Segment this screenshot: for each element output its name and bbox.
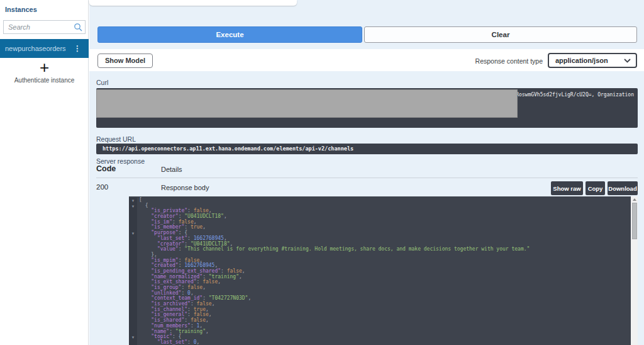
gutter <box>129 340 137 345</box>
status-code: 200 <box>96 183 108 191</box>
gutter <box>129 236 137 242</box>
gutter <box>129 220 137 225</box>
kebab-menu-icon[interactable]: ⋮ <box>74 45 81 52</box>
response-content-type-select[interactable]: application/json <box>548 53 637 68</box>
code-line: ▾ "topic": { <box>129 334 631 340</box>
gutter <box>129 329 137 335</box>
gutter <box>129 280 137 285</box>
response-content-type-value: application/json <box>555 57 608 64</box>
response-body-label: Response body <box>161 184 209 191</box>
show-model-button[interactable]: Show Model <box>97 54 153 68</box>
clear-button[interactable]: Clear <box>364 26 637 43</box>
request-url-value: https://api.openconnectors.ap11.ext.hana… <box>96 144 638 154</box>
code-line: "is_shared": false, <box>129 318 631 324</box>
gutter <box>129 252 137 258</box>
download-button[interactable]: Download <box>608 181 638 195</box>
response-body-scrollbar[interactable] <box>631 196 638 345</box>
gutter <box>129 247 137 252</box>
response-content-type-label: Response content type <box>475 57 543 65</box>
scrollbar-thumb[interactable] <box>632 203 637 239</box>
divider <box>96 178 638 178</box>
gutter <box>129 242 137 247</box>
collapse-arrow-icon[interactable]: ▾ <box>129 230 137 236</box>
gutter <box>129 312 137 318</box>
code-column-header: Code <box>96 164 116 173</box>
gutter <box>129 274 137 280</box>
gutter <box>129 324 137 329</box>
execute-button[interactable]: Execute <box>97 26 362 43</box>
search-field-wrap <box>3 20 86 34</box>
gutter <box>129 258 137 264</box>
search-icon <box>74 23 82 31</box>
collapse-arrow-icon[interactable]: ▾ <box>129 334 137 340</box>
copy-button[interactable]: Copy <box>586 181 605 195</box>
plus-icon[interactable]: + <box>40 59 49 76</box>
curl-code-block[interactable]: uOGBXZRoswmGVh5sd2fjvLigR/cU2Q=, Organiz… <box>96 88 638 128</box>
curl-command-text: uOGBXZRoswmGVh5sd2fjvLigR/cU2Q=, Organiz… <box>497 92 634 98</box>
request-url-label: Request URL <box>96 135 136 143</box>
code-line: "is_member": true, <box>129 225 631 230</box>
code-line-text: "last_set": 0, <box>137 340 199 345</box>
main-panel: Execute Clear Show Model Response conten… <box>89 0 644 345</box>
code-line: "is_group": false, <box>129 285 631 291</box>
gutter <box>129 263 137 269</box>
code-line: "last_set": 0, <box>129 340 631 345</box>
authenticate-instance: + Authenticate instance <box>0 59 89 84</box>
scroll-up-icon[interactable] <box>633 198 636 201</box>
redaction-overlay <box>96 89 518 118</box>
gutter <box>129 307 137 313</box>
authenticate-instance-label[interactable]: Authenticate instance <box>0 77 89 84</box>
gutter <box>129 214 137 220</box>
instances-sidebar: Instances newpurchaseorders ⋮ + Authenti… <box>0 0 89 345</box>
show-raw-button[interactable]: Show raw <box>551 181 583 195</box>
gutter <box>129 318 137 324</box>
gutter <box>129 208 137 214</box>
app-window: Instances newpurchaseorders ⋮ + Authenti… <box>0 0 644 345</box>
curl-label: Curl <box>96 79 108 86</box>
scrolled-element-remnant <box>89 0 297 6</box>
code-line: "name": "training", <box>129 329 631 335</box>
sidebar-title: Instances <box>5 6 37 13</box>
details-column-header: Details <box>161 166 182 173</box>
code-line: }, <box>129 252 631 258</box>
code-line: "value": "This channel is for everything… <box>129 247 631 252</box>
code-line: "creator": "U041UDCLT18", <box>129 214 631 220</box>
code-line: ▾[ <box>129 198 631 203</box>
response-body-code[interactable]: ▾[▾ { "is_private": false, "creator": "U… <box>129 196 631 345</box>
gutter <box>129 269 137 274</box>
gutter <box>129 285 137 291</box>
code-line-text: "value": "This channel is for everything… <box>137 247 530 252</box>
collapse-arrow-icon[interactable]: ▾ <box>129 198 137 203</box>
gutter <box>129 296 137 302</box>
sidebar-item-instance[interactable]: newpurchaseorders ⋮ <box>0 39 89 58</box>
gutter <box>129 291 137 297</box>
collapse-arrow-icon[interactable]: ▾ <box>129 203 137 209</box>
instance-name: newpurchaseorders <box>5 45 66 52</box>
gutter <box>129 225 137 230</box>
gutter <box>129 302 137 307</box>
chevron-down-icon <box>624 59 631 63</box>
model-toolbar: Show Model Response content type applica… <box>89 49 644 71</box>
